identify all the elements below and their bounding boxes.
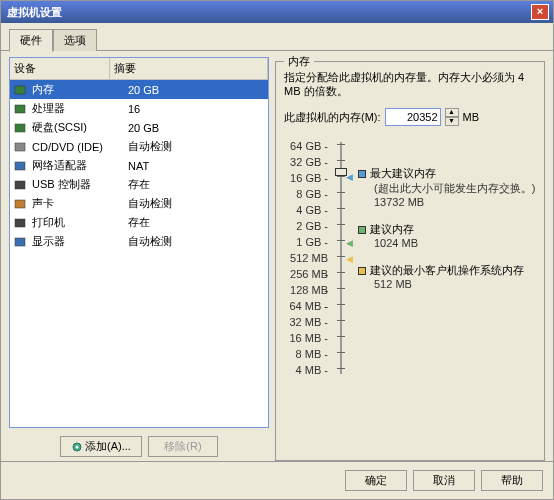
tick-label: 8 GB - bbox=[284, 186, 328, 202]
svg-rect-5 bbox=[15, 181, 25, 189]
device-row[interactable]: 处理器16 bbox=[10, 99, 268, 118]
device-name: 显示器 bbox=[32, 234, 128, 249]
device-summary: 存在 bbox=[128, 177, 264, 192]
device-name: 打印机 bbox=[32, 215, 128, 230]
device-row[interactable]: 声卡自动检测 bbox=[10, 194, 268, 213]
right-pane: 内存 指定分配给此虚拟机的内存量。内存大小必须为 4 MB 的倍数。 此虚拟机的… bbox=[275, 57, 545, 461]
tick-label: 256 MB - bbox=[284, 266, 328, 282]
tab-options[interactable]: 选项 bbox=[53, 29, 97, 51]
tick-label: 32 GB - bbox=[284, 154, 328, 170]
device-row[interactable]: 硬盘(SCSI)20 GB bbox=[10, 118, 268, 137]
svg-rect-8 bbox=[15, 238, 25, 246]
device-icon bbox=[14, 122, 28, 134]
device-row[interactable]: 打印机存在 bbox=[10, 213, 268, 232]
tick-mark bbox=[337, 256, 345, 257]
tick-mark bbox=[337, 208, 345, 209]
device-summary: 自动检测 bbox=[128, 196, 264, 211]
device-summary: 16 bbox=[128, 103, 264, 115]
svg-rect-1 bbox=[15, 105, 25, 113]
svg-rect-6 bbox=[15, 200, 25, 208]
device-row[interactable]: 显示器自动检测 bbox=[10, 232, 268, 251]
tick-label: 4 MB - bbox=[284, 362, 328, 378]
tick-mark bbox=[337, 288, 345, 289]
legend-min-swatch bbox=[358, 267, 366, 275]
device-name: 网络适配器 bbox=[32, 158, 128, 173]
slider-track-column[interactable]: ◀ ◀ ◀ bbox=[334, 138, 348, 378]
list-header: 设备 摘要 bbox=[10, 58, 268, 80]
device-summary: 存在 bbox=[128, 215, 264, 230]
device-summary: 20 GB bbox=[128, 122, 264, 134]
spin-down-icon[interactable]: ▼ bbox=[445, 117, 459, 126]
spin-up-icon[interactable]: ▲ bbox=[445, 108, 459, 117]
svg-rect-0 bbox=[15, 86, 25, 94]
svg-rect-2 bbox=[15, 124, 25, 132]
svg-rect-4 bbox=[15, 162, 25, 170]
add-button[interactable]: 添加(A)... bbox=[60, 436, 142, 457]
memory-group: 内存 指定分配给此虚拟机的内存量。内存大小必须为 4 MB 的倍数。 此虚拟机的… bbox=[275, 61, 545, 461]
cancel-button[interactable]: 取消 bbox=[413, 470, 475, 491]
tick-mark bbox=[337, 144, 345, 145]
device-summary: 自动检测 bbox=[128, 139, 264, 154]
close-button[interactable]: × bbox=[531, 4, 549, 20]
device-row[interactable]: USB 控制器存在 bbox=[10, 175, 268, 194]
device-icon bbox=[14, 236, 28, 248]
device-rows: 内存20 GB处理器16硬盘(SCSI)20 GBCD/DVD (IDE)自动检… bbox=[10, 80, 268, 427]
titlebar: 虚拟机设置 × bbox=[1, 1, 553, 23]
dialog-body: 设备 摘要 内存20 GB处理器16硬盘(SCSI)20 GBCD/DVD (I… bbox=[1, 50, 553, 461]
memory-unit: MB bbox=[463, 111, 480, 123]
device-buttons: 添加(A)... 移除(R) bbox=[9, 428, 269, 461]
dialog-title: 虚拟机设置 bbox=[5, 5, 62, 20]
tick-label: 32 MB - bbox=[284, 314, 328, 330]
svg-point-10 bbox=[76, 446, 79, 449]
tick-label: 64 MB - bbox=[284, 298, 328, 314]
tick-mark bbox=[337, 224, 345, 225]
tick-label: 8 MB - bbox=[284, 346, 328, 362]
legend-rec: 建议内存 1024 MB bbox=[358, 222, 536, 249]
tick-label: 64 GB - bbox=[284, 138, 328, 154]
tab-strip: 硬件 选项 bbox=[9, 29, 553, 51]
device-summary: NAT bbox=[128, 160, 264, 172]
memory-spinner[interactable]: ▲ ▼ bbox=[445, 108, 459, 126]
ok-button[interactable]: 确定 bbox=[345, 470, 407, 491]
tick-label: 16 GB - bbox=[284, 170, 328, 186]
tick-labels: 64 GB -32 GB -16 GB -8 GB -4 GB -2 GB -1… bbox=[284, 138, 334, 378]
tick-mark bbox=[337, 304, 345, 305]
gear-icon bbox=[71, 441, 83, 453]
tick-mark bbox=[337, 352, 345, 353]
device-name: 处理器 bbox=[32, 101, 128, 116]
device-summary: 自动检测 bbox=[128, 234, 264, 249]
tab-hardware[interactable]: 硬件 bbox=[9, 29, 53, 52]
left-pane: 设备 摘要 内存20 GB处理器16硬盘(SCSI)20 GBCD/DVD (I… bbox=[9, 57, 269, 461]
marker-min-icon: ◀ bbox=[346, 254, 353, 264]
tick-mark bbox=[337, 176, 345, 177]
device-list: 设备 摘要 内存20 GB处理器16硬盘(SCSI)20 GBCD/DVD (I… bbox=[9, 57, 269, 428]
device-icon bbox=[14, 179, 28, 191]
tick-label: 16 MB - bbox=[284, 330, 328, 346]
memory-desc: 指定分配给此虚拟机的内存量。内存大小必须为 4 MB 的倍数。 bbox=[284, 70, 536, 98]
tick-label: 2 GB - bbox=[284, 218, 328, 234]
help-button[interactable]: 帮助 bbox=[481, 470, 543, 491]
group-title: 内存 bbox=[284, 54, 314, 69]
tick-label: 128 MB - bbox=[284, 282, 328, 298]
device-row[interactable]: 网络适配器NAT bbox=[10, 156, 268, 175]
memory-legend: 最大建议内存 (超出此大小可能发生内存交换。) 13732 MB 建议内存 10… bbox=[348, 138, 536, 378]
device-summary: 20 GB bbox=[128, 84, 264, 96]
svg-rect-3 bbox=[15, 143, 25, 151]
device-name: 内存 bbox=[32, 82, 128, 97]
marker-max-icon: ◀ bbox=[346, 172, 353, 182]
memory-label: 此虚拟机的内存(M): bbox=[284, 110, 381, 125]
legend-min: 建议的最小客户机操作系统内存 512 MB bbox=[358, 263, 536, 290]
device-row[interactable]: CD/DVD (IDE)自动检测 bbox=[10, 137, 268, 156]
legend-rec-swatch bbox=[358, 226, 366, 234]
tick-label: 1 GB - bbox=[284, 234, 328, 250]
tick-label: 512 MB - bbox=[284, 250, 328, 266]
tick-mark bbox=[337, 240, 345, 241]
col-device: 设备 bbox=[10, 58, 110, 79]
device-row[interactable]: 内存20 GB bbox=[10, 80, 268, 99]
memory-input-row: 此虚拟机的内存(M): ▲ ▼ MB bbox=[284, 108, 536, 126]
memory-input[interactable] bbox=[385, 108, 441, 126]
svg-rect-7 bbox=[15, 219, 25, 227]
marker-rec-icon: ◀ bbox=[346, 238, 353, 248]
device-name: CD/DVD (IDE) bbox=[32, 141, 128, 153]
device-icon bbox=[14, 198, 28, 210]
